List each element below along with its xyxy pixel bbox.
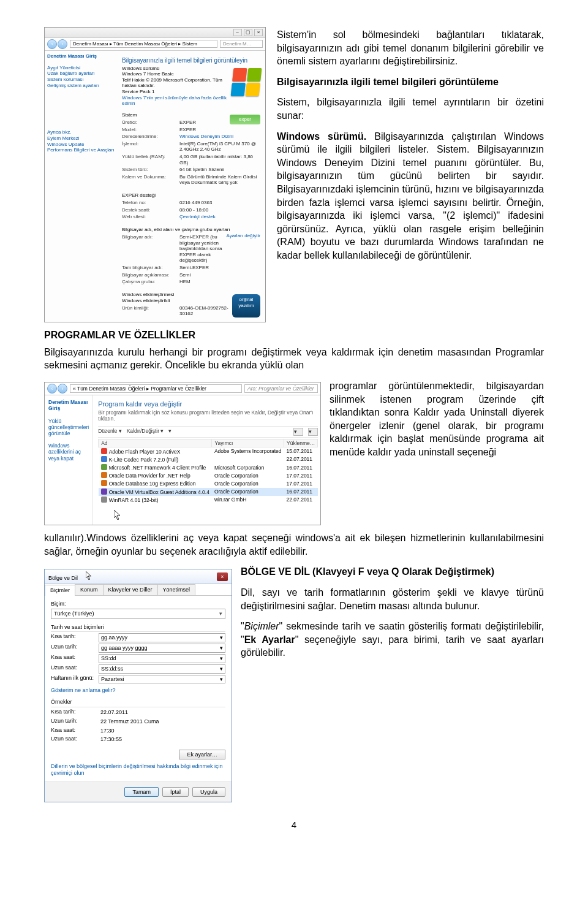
value: 17:30:55	[99, 736, 225, 744]
label: Tam bilgisayar adı:	[122, 265, 177, 271]
sidebar-link[interactable]: Uzak bağlantı ayarları	[47, 70, 95, 76]
sidebar-link[interactable]: Aygıt Yöneticisi	[47, 65, 80, 70]
apply-button[interactable]: Uygula	[192, 787, 225, 797]
nav-buttons[interactable]: ‹›	[47, 384, 67, 394]
value: 17:30	[99, 727, 225, 735]
value: 22.07.2011	[99, 709, 225, 717]
back-icon[interactable]: ‹	[47, 39, 57, 49]
view-options-icon[interactable]	[293, 428, 303, 436]
ok-button[interactable]: Tamam	[124, 787, 159, 797]
label: Kısa saat:	[51, 727, 99, 735]
long-date-combo[interactable]: gg aaaa yyyy gggg▾	[99, 644, 225, 653]
programs-main-panel: Program kaldır veya değiştir Bir program…	[93, 395, 323, 525]
sidebar-link[interactable]: Eylem Merkezi	[47, 135, 79, 141]
cursor-icon	[86, 571, 92, 580]
short-time-combo[interactable]: SS:dd▾	[99, 654, 225, 663]
sidebar-link[interactable]: Sistem koruması	[47, 77, 84, 82]
label: Kısa tarih:	[51, 633, 99, 642]
maximize-button[interactable]: ▢	[244, 29, 252, 36]
table-row[interactable]: Microsoft .NET Framework 4 Client Profil…	[99, 463, 318, 471]
sidebar-title: Denetim Masası Giriş	[47, 53, 97, 59]
help-icon[interactable]	[308, 428, 318, 436]
more-features-link[interactable]: Windows 7'nin yeni sürümüyle daha fazla …	[122, 95, 260, 107]
value: Semi-EXPER	[179, 265, 260, 271]
label: Model:	[122, 127, 177, 133]
app-icon	[101, 480, 107, 486]
value: 4,00 GB (kullanılabilir miktar: 3,86 GB)	[179, 154, 260, 165]
dialog-title: Bölge ve Dil	[48, 575, 78, 581]
organize-button[interactable]: Düzenle	[98, 428, 122, 436]
column-header[interactable]: Yüklenme…	[284, 439, 318, 447]
column-header[interactable]: Ad	[99, 439, 212, 447]
programs-table[interactable]: Ad Yayımcı Yüklenme… Adobe Flash Player …	[98, 439, 318, 504]
format-combo[interactable]: Türkçe (Türkiye)	[51, 609, 225, 619]
app-icon	[101, 456, 107, 462]
experience-index-link[interactable]: Windows Deneyim Dizini	[179, 134, 260, 140]
sidebar-link[interactable]: Performans Bilgileri ve Araçları	[47, 147, 114, 153]
column-header[interactable]: Yayımcı	[212, 439, 284, 447]
value: 22 Temmuz 2011 Cuma	[99, 718, 225, 726]
search-input[interactable]: Denetim M…	[220, 40, 263, 48]
nav-buttons[interactable]: ‹›	[47, 39, 67, 49]
label: İşlemci:	[122, 141, 177, 153]
table-row[interactable]: Oracle Data Provider for .NET HelpOracle…	[99, 471, 318, 479]
tab-admin[interactable]: Yönetimsel	[157, 584, 196, 595]
table-row[interactable]: Adobe Flash Player 10 ActiveXAdobe Syste…	[99, 447, 318, 455]
what-notation-link[interactable]: Gösterim ne anlama gelir?	[51, 687, 225, 694]
label: Üretici:	[122, 120, 177, 126]
app-icon	[101, 448, 107, 454]
cancel-button[interactable]: İptal	[162, 787, 189, 797]
label: Kalem ve Dokunma:	[122, 174, 177, 186]
sidebar-link[interactable]: Windows Update	[47, 142, 84, 147]
value: 64 bit İşletim Sistemi	[179, 167, 260, 173]
table-row[interactable]: Oracle Database 10g Express EditionOracl…	[99, 479, 318, 487]
value: HEM	[179, 279, 260, 285]
label: Yüklü bellek (RAM):	[122, 154, 177, 165]
label: Destek saati:	[122, 207, 177, 213]
section-heading: EXPER desteği	[122, 192, 260, 199]
first-day-combo[interactable]: Pazartesi▾	[99, 675, 225, 684]
tab-formats[interactable]: Biçimler	[45, 585, 75, 596]
close-button[interactable]: ×	[254, 29, 263, 36]
table-row[interactable]: WinRAR 4.01 (32-bit)win.rar GmbH22.07.20…	[99, 496, 318, 504]
change-settings-link[interactable]: Ayarları değiştir	[227, 233, 260, 239]
sidebar-link[interactable]: Yüklü güncelleştirmeleri görüntüle	[48, 418, 89, 436]
short-date-combo[interactable]: gg.aa.yyyy▾	[99, 633, 225, 642]
sidebar-link[interactable]: Gelişmiş sistem ayarları	[47, 83, 99, 88]
sidebar-link[interactable]: Windows özelliklerini aç veya kapat	[48, 443, 81, 461]
label: Bilgisayar açıklaması:	[122, 272, 177, 278]
breadcrumb[interactable]: Denetim Masası ▸ Tüm Denetim Masası Öğel…	[70, 40, 217, 48]
toolbar: Düzenle Kaldır/Değiştir	[98, 426, 318, 438]
section-heading: PROGRAMLAR VE ÖZELLİKLER	[44, 330, 544, 341]
tab-location[interactable]: Konum	[75, 584, 104, 595]
label: Uzun tarih:	[51, 644, 99, 653]
app-icon	[101, 464, 107, 470]
cursor-icon	[114, 510, 121, 520]
long-time-combo[interactable]: SS:dd:ss▾	[99, 664, 225, 674]
support-link[interactable]: Çevrimiçi destek	[179, 214, 260, 220]
additional-settings-button[interactable]: Ek ayarlar…	[179, 750, 225, 759]
online-help-link[interactable]: Dillerin ve bölgesel biçimlerin değiştir…	[51, 763, 225, 777]
back-icon[interactable]: ‹	[47, 384, 57, 394]
section-heading: Örnekler	[51, 699, 225, 706]
forward-icon[interactable]: ›	[58, 39, 67, 49]
label: Kısa saat:	[51, 654, 99, 663]
value: 08:00 - 18:00	[179, 207, 260, 213]
forward-icon[interactable]: ›	[58, 384, 67, 394]
region-language-screenshot: Bölge ve Dil × Biçimler Konum Klavyeler …	[44, 569, 232, 802]
label: Telefon no:	[122, 200, 177, 206]
table-row[interactable]: Oracle VM VirtualBox Guest Additions 4.0…	[99, 488, 318, 496]
tab-keyboards[interactable]: Klavyeler ve Diller	[103, 584, 158, 595]
close-button[interactable]: ×	[217, 572, 228, 581]
breadcrumb[interactable]: « Tüm Denetim Masası Öğeleri ▸ Programla…	[70, 384, 242, 393]
uninstall-change-button[interactable]: Kaldır/Değiştir	[127, 428, 164, 436]
table-row[interactable]: K-Lite Codec Pack 7.2.0 (Full)22.07.2011	[99, 455, 318, 463]
label: Kısa tarih:	[51, 709, 99, 717]
label: Derecelendirme:	[122, 134, 177, 140]
search-input[interactable]: Ara: Programlar ve Özellikler	[244, 384, 318, 393]
system-properties-screenshot: – ▢ × ‹› Denetim Masası ▸ Tüm Denetim Ma…	[44, 27, 266, 322]
label: Haftanın ilk günü:	[51, 675, 99, 684]
label: Uzun tarih:	[51, 718, 99, 726]
minimize-button[interactable]: –	[233, 29, 242, 36]
page-number: 4	[44, 820, 544, 830]
